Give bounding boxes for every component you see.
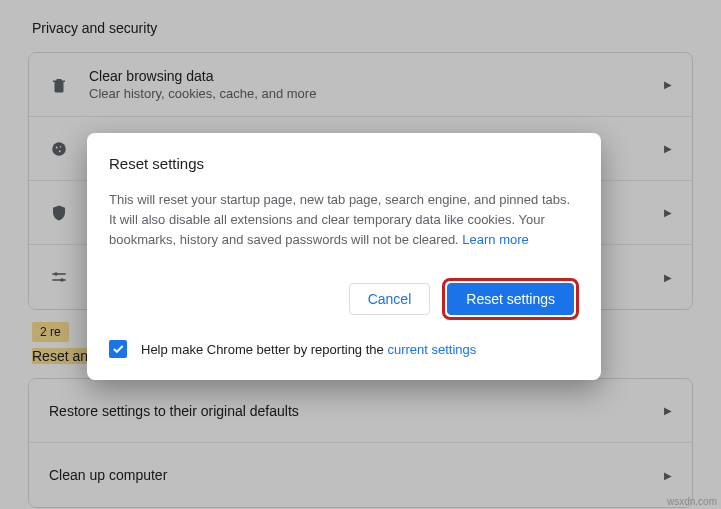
- learn-more-link[interactable]: Learn more: [462, 232, 528, 247]
- dialog-title: Reset settings: [109, 155, 579, 172]
- current-settings-link[interactable]: current settings: [387, 342, 476, 357]
- reset-settings-button[interactable]: Reset settings: [447, 283, 574, 315]
- dialog-body: This will reset your startup page, new t…: [109, 190, 579, 250]
- reset-settings-dialog: Reset settings This will reset your star…: [87, 133, 601, 380]
- checkbox-label: Help make Chrome better by reporting the…: [141, 342, 476, 357]
- report-checkbox[interactable]: [109, 340, 127, 358]
- cancel-button[interactable]: Cancel: [349, 283, 431, 315]
- highlight-frame: Reset settings: [442, 278, 579, 320]
- watermark: wsxdn.com: [667, 496, 717, 507]
